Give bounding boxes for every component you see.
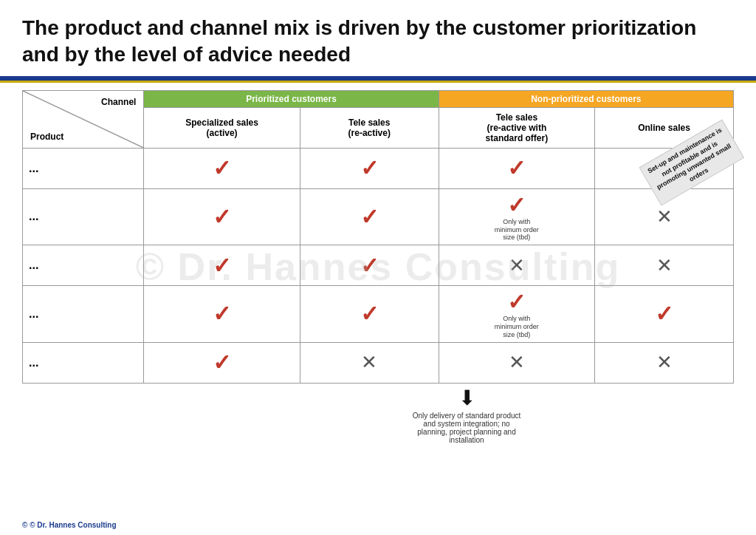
table-row: ... [23, 342, 734, 383]
cross-icon [656, 264, 673, 274]
check-icon [655, 313, 673, 324]
check-icon [507, 192, 526, 218]
prioritized-header: Prioritized customers [144, 90, 439, 107]
table-row: ... [23, 245, 734, 286]
col-spec-sales-header: Specialized sales(active) [144, 107, 300, 148]
cell-1-2 [300, 148, 439, 188]
cell-note: Only withminimum ordersize (tbd) [495, 218, 539, 242]
cell-4-1 [144, 286, 300, 342]
cell-4-2 [300, 286, 439, 342]
cross-icon [509, 264, 525, 274]
cell-5-2 [300, 342, 439, 383]
check-icon [507, 289, 526, 315]
cell-2-2 [300, 188, 439, 245]
cell-3-1 [144, 245, 300, 286]
col-tele-reactive-header: Tele sales(re-active) [300, 107, 439, 148]
bottom-note: Only delivery of standard productand sys… [413, 412, 521, 444]
cell-5-4 [595, 342, 734, 383]
cross-icon [361, 361, 377, 371]
cell-3-3 [439, 245, 594, 286]
check-icon [213, 265, 231, 276]
diagonal-header-cell: Channel Product [23, 90, 144, 148]
slide: The product and channel mix is driven by… [0, 0, 756, 535]
product-row-3-label: ... [23, 245, 144, 286]
bottom-arrow: ⬇ [413, 388, 521, 409]
check-icon [360, 265, 379, 276]
page-title: The product and channel mix is driven by… [22, 15, 734, 69]
cell-4-4 [595, 286, 734, 342]
product-label: Product [30, 132, 63, 142]
check-icon [213, 168, 231, 178]
channel-product-table: Channel Product Prioritized customers No… [22, 90, 734, 384]
channel-label: Channel [101, 97, 136, 107]
cell-5-3 [439, 342, 594, 383]
check-icon [213, 313, 231, 324]
cell-4-3: Only withminimum ordersize (tbd) [439, 286, 594, 342]
cross-icon [656, 361, 673, 371]
cell-1-1 [144, 148, 300, 188]
check-icon [360, 168, 379, 178]
footer-copyright: © © Dr. Hannes Consulting [22, 521, 117, 529]
cell-2-3: Only withminimum ordersize (tbd) [439, 188, 594, 245]
check-icon [360, 313, 379, 324]
product-row-4-label: ... [23, 286, 144, 342]
footer: © © Dr. Hannes Consulting [22, 521, 117, 529]
table-row: ... Only withminimum ordersize (tbd) [23, 188, 734, 245]
cell-3-2 [300, 245, 439, 286]
col-tele-standard-header: Tele sales(re-active withstandard offer) [439, 107, 594, 148]
table-row: ... Only withminimum ordersize (tbd) [23, 286, 734, 342]
cross-icon [509, 361, 525, 371]
non-prioritized-header: Non-prioritized customers [439, 90, 733, 107]
cell-note: Only withminimum ordersize (tbd) [495, 315, 539, 338]
main-content: © Dr. Hannes Consulting Set-up and maint… [0, 83, 756, 451]
cell-3-4 [595, 245, 734, 286]
cell-1-3 [439, 148, 594, 188]
header: The product and channel mix is driven by… [0, 0, 756, 76]
product-row-2-label: ... [23, 188, 144, 245]
check-icon [507, 168, 526, 178]
cell-5-1 [144, 342, 300, 383]
check-icon [360, 217, 379, 227]
table-row: ... [23, 148, 734, 188]
check-icon [213, 362, 231, 372]
cell-2-1 [144, 188, 300, 245]
product-row-1-label: ... [23, 148, 144, 188]
check-icon [213, 217, 231, 227]
group-header-row: Channel Product Prioritized customers No… [23, 90, 734, 107]
cross-icon [656, 215, 673, 225]
product-row-5-label: ... [23, 342, 144, 383]
